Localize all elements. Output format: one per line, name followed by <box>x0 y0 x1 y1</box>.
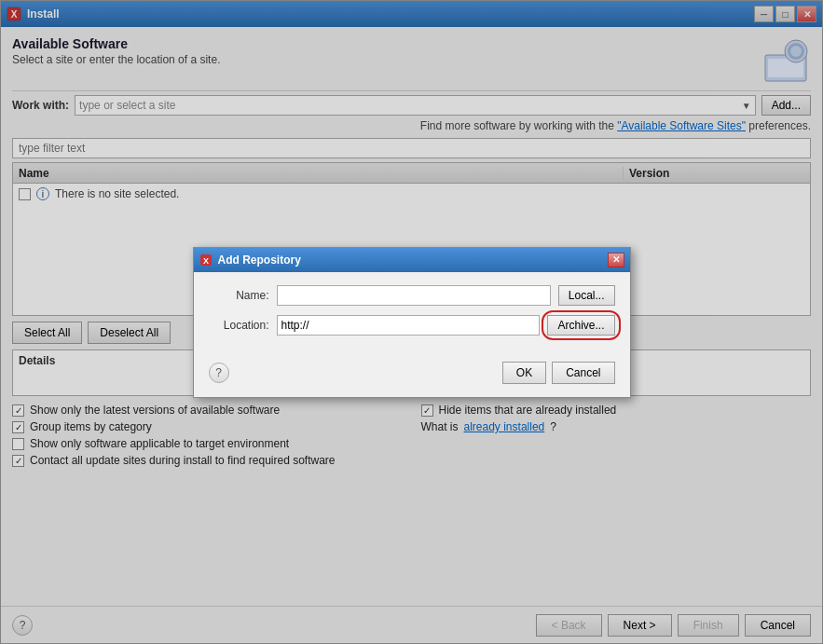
archive-btn-wrapper: Archive... <box>547 315 614 336</box>
local-button[interactable]: Local... <box>558 285 615 306</box>
modal-action-buttons: OK Cancel <box>502 362 615 384</box>
name-row: Name: Local... <box>209 285 615 306</box>
modal-content: Name: Local... Location: Archive... <box>194 272 630 358</box>
name-label: Name: <box>209 289 269 302</box>
modal-help-button[interactable]: ? <box>209 363 229 383</box>
location-label: Location: <box>209 319 269 332</box>
modal-ok-button[interactable]: OK <box>502 362 546 384</box>
modal-title-bar: X Add Repository ✕ <box>194 248 630 272</box>
modal-title-icon: X <box>199 253 213 267</box>
svg-text:X: X <box>202 256 208 266</box>
modal-bottom: ? OK Cancel <box>194 358 630 397</box>
modal-close-button[interactable]: ✕ <box>608 253 624 267</box>
name-input[interactable] <box>277 285 551 306</box>
modal-overlay: X Add Repository ✕ Name: Local... Locati… <box>0 0 823 644</box>
modal-title-text: Add Repository <box>218 253 608 267</box>
archive-button[interactable]: Archive... <box>547 315 614 336</box>
location-row: Location: Archive... <box>209 315 615 336</box>
add-repository-dialog: X Add Repository ✕ Name: Local... Locati… <box>193 247 631 398</box>
modal-cancel-button[interactable]: Cancel <box>552 362 614 384</box>
location-input[interactable] <box>277 315 541 336</box>
